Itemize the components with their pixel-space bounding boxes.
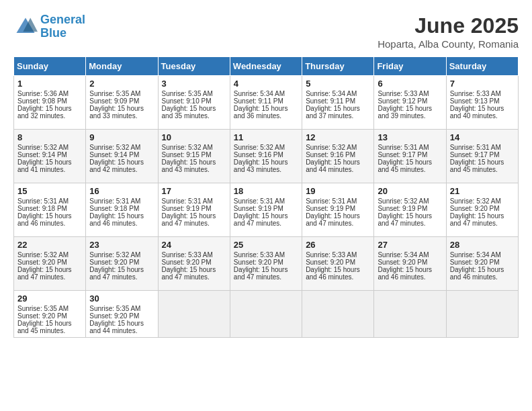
day-number: 25 (234, 240, 298, 250)
sunrise: Sunrise: 5:33 AM (162, 251, 213, 259)
sunrise: Sunrise: 5:32 AM (17, 251, 69, 259)
day-cell-7: 7 Sunrise: 5:33 AM Sunset: 9:13 PM Dayli… (446, 76, 518, 130)
day-cell-empty (374, 291, 446, 338)
day-number: 1 (17, 79, 82, 89)
daylight: Daylight: 15 hours and 45 minutes. (450, 158, 504, 173)
day-number: 18 (234, 186, 298, 196)
sunrise: Sunrise: 5:31 AM (234, 197, 285, 205)
daylight: Daylight: 15 hours and 33 minutes. (89, 105, 144, 120)
sunset: Sunset: 9:16 PM (234, 151, 283, 158)
col-header-sunday: Sunday (14, 57, 86, 76)
day-cell-16: 16 Sunrise: 5:31 AM Sunset: 9:18 PM Dayl… (86, 183, 158, 237)
day-cell-26: 26 Sunrise: 5:33 AM Sunset: 9:20 PM Dayl… (302, 237, 374, 291)
logo-general: General (40, 13, 85, 26)
daylight: Daylight: 15 hours and 44 minutes. (89, 320, 144, 334)
col-header-saturday: Saturday (446, 57, 518, 76)
header-row: SundayMondayTuesdayWednesdayThursdayFrid… (14, 57, 519, 76)
day-number: 22 (17, 240, 82, 250)
sunset: Sunset: 9:13 PM (450, 97, 500, 105)
sunset: Sunset: 9:19 PM (234, 205, 283, 212)
calendar-title: June 2025 (378, 13, 519, 38)
daylight: Daylight: 15 hours and 47 minutes. (234, 212, 288, 227)
sunrise: Sunrise: 5:34 AM (234, 90, 285, 97)
sunset: Sunset: 9:14 PM (89, 151, 139, 158)
day-cell-15: 15 Sunrise: 5:31 AM Sunset: 9:18 PM Dayl… (14, 183, 86, 237)
day-number: 12 (306, 132, 370, 142)
week-row-4: 22 Sunrise: 5:32 AM Sunset: 9:20 PM Dayl… (14, 237, 519, 291)
sunset: Sunset: 9:20 PM (234, 259, 283, 266)
day-cell-empty (158, 291, 230, 338)
sunset: Sunset: 9:20 PM (306, 259, 355, 266)
sunset: Sunset: 9:19 PM (378, 205, 427, 212)
sunrise: Sunrise: 5:31 AM (378, 144, 429, 151)
week-row-5: 29 Sunrise: 5:35 AM Sunset: 9:20 PM Dayl… (14, 291, 519, 338)
title-area: June 2025 Hoparta, Alba County, Romania (378, 13, 519, 50)
col-header-friday: Friday (374, 57, 446, 76)
day-cell-empty (230, 291, 302, 338)
sunrise: Sunrise: 5:35 AM (89, 305, 140, 312)
day-cell-4: 4 Sunrise: 5:34 AM Sunset: 9:11 PM Dayli… (230, 76, 302, 130)
sunset: Sunset: 9:09 PM (89, 97, 139, 105)
daylight: Daylight: 15 hours and 41 minutes. (17, 158, 72, 173)
daylight: Daylight: 15 hours and 44 minutes. (306, 158, 360, 173)
header: General Blue June 2025 Hoparta, Alba Cou… (13, 13, 519, 50)
sunset: Sunset: 9:20 PM (450, 259, 500, 266)
sunset: Sunset: 9:19 PM (162, 205, 212, 212)
day-cell-8: 8 Sunrise: 5:32 AM Sunset: 9:14 PM Dayli… (14, 130, 86, 183)
daylight: Daylight: 15 hours and 43 minutes. (234, 158, 288, 173)
calendar-subtitle: Hoparta, Alba County, Romania (378, 38, 519, 50)
sunrise: Sunrise: 5:33 AM (378, 90, 429, 97)
day-number: 8 (17, 132, 82, 142)
sunset: Sunset: 9:20 PM (89, 312, 139, 320)
sunset: Sunset: 9:16 PM (306, 151, 355, 158)
day-number: 4 (234, 79, 298, 89)
day-cell-20: 20 Sunrise: 5:32 AM Sunset: 9:19 PM Dayl… (374, 183, 446, 237)
sunset: Sunset: 9:20 PM (89, 259, 139, 266)
col-header-monday: Monday (86, 57, 158, 76)
day-cell-30: 30 Sunrise: 5:35 AM Sunset: 9:20 PM Dayl… (86, 291, 158, 338)
daylight: Daylight: 15 hours and 46 minutes. (306, 266, 360, 281)
sunset: Sunset: 9:20 PM (162, 259, 212, 266)
daylight: Daylight: 15 hours and 46 minutes. (89, 212, 144, 227)
sunrise: Sunrise: 5:31 AM (450, 144, 501, 151)
sunset: Sunset: 9:17 PM (378, 151, 427, 158)
day-cell-empty (446, 291, 518, 338)
col-header-wednesday: Wednesday (230, 57, 302, 76)
sunset: Sunset: 9:11 PM (234, 97, 283, 105)
daylight: Daylight: 15 hours and 47 minutes. (450, 212, 504, 227)
day-cell-22: 22 Sunrise: 5:32 AM Sunset: 9:20 PM Dayl… (14, 237, 86, 291)
daylight: Daylight: 15 hours and 42 minutes. (89, 158, 144, 173)
day-cell-5: 5 Sunrise: 5:34 AM Sunset: 9:11 PM Dayli… (302, 76, 374, 130)
sunrise: Sunrise: 5:31 AM (17, 197, 69, 205)
daylight: Daylight: 15 hours and 47 minutes. (89, 266, 144, 281)
sunrise: Sunrise: 5:32 AM (17, 144, 69, 151)
sunrise: Sunrise: 5:32 AM (89, 144, 140, 151)
sunrise: Sunrise: 5:32 AM (306, 144, 357, 151)
day-number: 29 (17, 293, 82, 304)
day-number: 3 (162, 79, 226, 89)
week-row-1: 1 Sunrise: 5:36 AM Sunset: 9:08 PM Dayli… (14, 76, 519, 130)
day-number: 17 (162, 186, 226, 196)
day-cell-6: 6 Sunrise: 5:33 AM Sunset: 9:12 PM Dayli… (374, 76, 446, 130)
sunrise: Sunrise: 5:32 AM (234, 144, 285, 151)
sunrise: Sunrise: 5:31 AM (306, 197, 357, 205)
day-number: 19 (306, 186, 370, 196)
day-cell-18: 18 Sunrise: 5:31 AM Sunset: 9:19 PM Dayl… (230, 183, 302, 237)
sunrise: Sunrise: 5:32 AM (162, 144, 213, 151)
day-cell-3: 3 Sunrise: 5:35 AM Sunset: 9:10 PM Dayli… (158, 76, 230, 130)
day-cell-21: 21 Sunrise: 5:32 AM Sunset: 9:20 PM Dayl… (446, 183, 518, 237)
sunrise: Sunrise: 5:31 AM (89, 197, 140, 205)
sunrise: Sunrise: 5:36 AM (17, 90, 69, 97)
day-number: 9 (89, 132, 154, 142)
sunrise: Sunrise: 5:32 AM (450, 197, 501, 205)
sunset: Sunset: 9:11 PM (306, 97, 355, 105)
daylight: Daylight: 15 hours and 47 minutes. (306, 212, 360, 227)
day-cell-27: 27 Sunrise: 5:34 AM Sunset: 9:20 PM Dayl… (374, 237, 446, 291)
day-cell-11: 11 Sunrise: 5:32 AM Sunset: 9:16 PM Dayl… (230, 130, 302, 183)
daylight: Daylight: 15 hours and 35 minutes. (162, 105, 216, 120)
daylight: Daylight: 15 hours and 46 minutes. (450, 266, 504, 281)
day-number: 14 (450, 132, 515, 142)
sunrise: Sunrise: 5:35 AM (162, 90, 213, 97)
logo-text: General Blue (40, 13, 85, 40)
day-cell-29: 29 Sunrise: 5:35 AM Sunset: 9:20 PM Dayl… (14, 291, 86, 338)
